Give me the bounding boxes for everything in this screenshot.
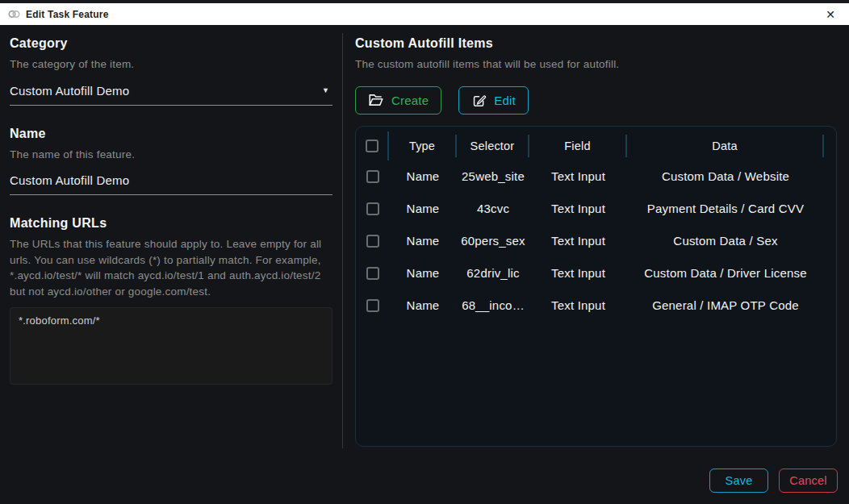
save-button[interactable]: Save — [709, 469, 768, 493]
custom-autofill-items-title: Custom Autofill Items — [355, 36, 837, 51]
cell-type: Name — [389, 202, 457, 215]
cell-field: Text Input — [529, 298, 627, 312]
autofill-items-table: Type Selector Field Data Name 25web_site… — [355, 126, 837, 447]
cell-selector: 25web_site — [457, 169, 529, 183]
close-icon[interactable]: ✕ — [818, 3, 843, 25]
name-input[interactable] — [10, 173, 332, 195]
header-data[interactable]: Data — [627, 135, 824, 157]
category-select-value: Custom Autofill Demo — [10, 84, 129, 98]
category-group: Category The category of the item. Custo… — [10, 36, 332, 106]
window-title: Edit Task Feature — [26, 9, 109, 20]
cell-field: Text Input — [529, 234, 627, 248]
chevron-down-icon: ▼ — [322, 86, 329, 94]
right-panel: Custom Autofill Items The custom autofil… — [343, 25, 849, 504]
left-panel: Category The category of the item. Custo… — [0, 25, 332, 504]
table-header-row: Type Selector Field Data — [356, 131, 836, 160]
cell-selector: 62driv_lic — [457, 266, 529, 280]
category-select[interactable]: Custom Autofill Demo ▼ — [10, 84, 332, 106]
dialog-footer: Save Cancel — [709, 469, 838, 493]
title-bar: Edit Task Feature ✕ — [0, 3, 849, 25]
category-label: Category — [10, 36, 332, 51]
row-checkbox[interactable] — [366, 170, 379, 183]
cell-data: Custom Data / Website — [627, 169, 824, 183]
table-row[interactable]: Name 60pers_sex Text Input Custom Data /… — [356, 225, 836, 257]
dialog-body: Category The category of the item. Custo… — [0, 25, 849, 504]
app-logo-icon — [8, 8, 20, 20]
cell-type: Name — [389, 266, 457, 280]
cancel-button[interactable]: Cancel — [779, 469, 838, 493]
edit-button-label: Edit — [494, 94, 516, 107]
cell-type: Name — [389, 234, 457, 248]
folder-icon — [368, 93, 384, 107]
create-button[interactable]: Create — [355, 86, 441, 115]
table-actions: Create Edit — [355, 86, 837, 115]
cell-type: Name — [389, 298, 457, 312]
row-checkbox[interactable] — [366, 202, 379, 215]
cell-field: Text Input — [529, 202, 627, 215]
matching-urls-group: Matching URLs The URLs that this feature… — [10, 216, 332, 388]
cell-type: Name — [389, 169, 457, 183]
cell-selector: 68__inco… — [457, 298, 529, 312]
matching-urls-description: The URLs that this feature should apply … — [10, 236, 332, 299]
cell-selector: 60pers_sex — [457, 234, 529, 248]
table-row[interactable]: Name 43cvc Text Input Payment Details / … — [356, 193, 836, 225]
table-row[interactable]: Name 68__inco… Text Input General / IMAP… — [356, 289, 836, 322]
cell-data: Custom Data / Driver License — [627, 266, 824, 280]
table-row[interactable]: Name 62driv_lic Text Input Custom Data /… — [356, 257, 836, 289]
cell-data: Payment Details / Card CVV — [627, 202, 824, 215]
table-row[interactable]: Name 25web_site Text Input Custom Data /… — [356, 160, 836, 193]
cell-data: General / IMAP OTP Code — [627, 298, 824, 312]
cell-data: Custom Data / Sex — [627, 234, 824, 248]
edit-button[interactable]: Edit — [458, 86, 529, 115]
custom-autofill-items-description: The custom autofill items that will be u… — [355, 56, 837, 73]
name-group: Name The name of this feature. — [10, 127, 332, 196]
cell-field: Text Input — [529, 169, 627, 183]
row-checkbox[interactable] — [366, 267, 379, 280]
matching-urls-label: Matching URLs — [10, 216, 332, 231]
edit-pencil-icon — [471, 93, 487, 108]
cell-field: Text Input — [529, 266, 627, 280]
header-checkbox-cell — [356, 131, 389, 160]
header-field[interactable]: Field — [529, 135, 627, 157]
row-checkbox[interactable] — [366, 299, 379, 312]
create-button-label: Create — [391, 94, 429, 107]
header-selector[interactable]: Selector — [457, 135, 529, 157]
category-description: The category of the item. — [10, 56, 332, 73]
header-type[interactable]: Type — [389, 135, 457, 157]
matching-urls-textarea[interactable]: *.roboform.com/* — [10, 307, 332, 385]
row-checkbox[interactable] — [366, 235, 379, 248]
cell-selector: 43cvc — [457, 202, 529, 215]
name-label: Name — [10, 127, 332, 141]
name-description: The name of this feature. — [10, 147, 332, 163]
select-all-checkbox[interactable] — [366, 140, 378, 152]
